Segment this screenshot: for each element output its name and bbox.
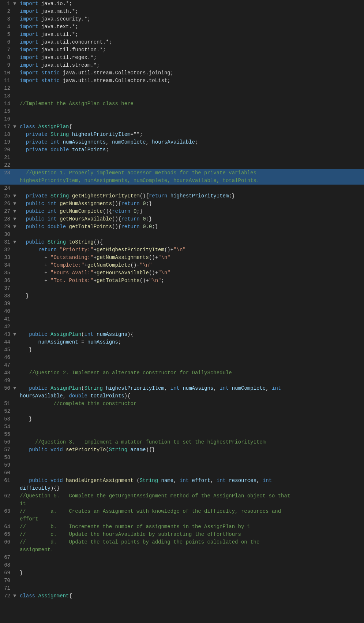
line-10: 10 import static java.util.stream.Collec…: [0, 69, 364, 77]
line-content-25: private String getHighestPriorityItem(){…: [18, 192, 364, 200]
line-61a: 61 public void handleUrgentAssignment (S…: [0, 477, 364, 485]
line-num-10: 10: [0, 69, 13, 77]
line-content-21: [18, 154, 364, 162]
line-num-20: 20: [0, 146, 13, 154]
arrow-70: [13, 577, 18, 585]
line-content-23a: //Question 1. Properly implement accesso…: [18, 169, 364, 177]
line-num-48: 48: [0, 369, 13, 377]
line-num-69: 69: [0, 569, 13, 577]
line-num-50: 50: [0, 385, 13, 392]
line-num-8: 8: [0, 54, 13, 62]
line-29: 29 ▼ public double getTotalPoints(){retu…: [0, 223, 364, 231]
arrow-42: [13, 323, 18, 331]
line-34: 34 + "Complete:"+getNumComplete()+"\n": [0, 262, 364, 269]
line-31: 31 ▼ public String toString(){: [0, 238, 364, 246]
arrow-57: [13, 446, 18, 454]
arrow-64: [13, 523, 18, 531]
line-59: 59: [0, 461, 364, 469]
arrow-58: [13, 454, 18, 461]
line-15: 15: [0, 108, 364, 115]
line-num-16: 16: [0, 115, 13, 123]
line-content-17: class AssignPlan{: [18, 123, 364, 131]
arrow-46: [13, 354, 18, 361]
code-container: 1 ▼ import java.io.*; 2 import java.math…: [0, 0, 364, 600]
line-19: 19 private int numAssignments, numComple…: [0, 138, 364, 146]
line-content-64: // b. Increments the number of assignmen…: [18, 523, 364, 531]
arrow-29: ▼: [13, 223, 18, 231]
arrow-22: [13, 162, 18, 169]
arrow-33: [13, 254, 18, 262]
line-content-62a: //Question 5. Complete the getUrgentAssi…: [18, 492, 364, 500]
line-37: 37: [0, 285, 364, 292]
line-51: 51 //complete this constructor: [0, 400, 364, 408]
arrow-55: [13, 431, 18, 438]
arrow-72: ▼: [13, 592, 18, 600]
line-num-23: 23: [0, 169, 13, 177]
line-content-71: [18, 585, 364, 592]
line-content-63b: effort: [18, 515, 364, 523]
line-content-44: numAssignment = numAssigns;: [18, 338, 364, 346]
line-num-63: 63: [0, 508, 13, 515]
line-content-39: [18, 300, 364, 308]
line-43: 43 ▼ public AssignPlan(int numAssigns){: [0, 331, 364, 338]
line-56: 56 //Question 3. Implement a mutator fun…: [0, 438, 364, 446]
line-num-33: 33: [0, 254, 13, 262]
line-num-34: 34: [0, 262, 13, 269]
arrow-61: [13, 477, 18, 485]
line-num-49: 49: [0, 377, 13, 385]
arrow-24: [13, 185, 18, 192]
arrow-40: [13, 308, 18, 315]
line-content-28: public int getHoursAvailable(){return 0;…: [18, 215, 364, 223]
line-64: 64 // b. Increments the number of assign…: [0, 523, 364, 531]
line-62a: 62 //Question 5. Complete the getUrgentA…: [0, 492, 364, 500]
line-num-66: 66: [0, 538, 13, 546]
line-num-61b: [0, 485, 13, 492]
line-num-64: 64: [0, 523, 13, 531]
line-5: 5 import java.util.*;: [0, 31, 364, 38]
line-content-49: [18, 377, 364, 385]
line-content-13: [18, 92, 364, 100]
line-content-18: private String highestPriorityItem="";: [18, 131, 364, 138]
line-content-15: [18, 108, 364, 115]
line-14: 14 //Implement the AssignPlan class here: [0, 100, 364, 108]
arrow-35: [13, 269, 18, 277]
line-content-50a: public AssignPlan(String highestPriority…: [18, 385, 364, 392]
line-63b: effort: [0, 515, 364, 523]
arrow-9: [13, 62, 18, 69]
line-num-66b: [0, 546, 13, 554]
line-num-6: 6: [0, 38, 13, 46]
line-num-65: 65: [0, 531, 13, 538]
arrow-17: ▼: [13, 123, 18, 131]
code-editor[interactable]: 1 ▼ import java.io.*; 2 import java.math…: [0, 0, 364, 623]
line-60: 60: [0, 469, 364, 477]
line-39: 39: [0, 300, 364, 308]
line-num-13: 13: [0, 92, 13, 100]
line-num-57: 57: [0, 446, 13, 454]
arrow-10: [13, 69, 18, 77]
arrow-43: ▼: [13, 331, 18, 338]
line-content-36: + "Tot. Points:"+getTotalPoints()+"\n";: [18, 277, 364, 285]
line-num-70: 70: [0, 577, 13, 585]
line-47: 47: [0, 361, 364, 369]
line-26: 26 ▼ public int getNumAssignments(){retu…: [0, 200, 364, 208]
line-content-68: [18, 561, 364, 569]
line-52: 52: [0, 408, 364, 415]
line-53: 53 }: [0, 415, 364, 423]
line-9: 9 import java.util.stream.*;: [0, 62, 364, 69]
line-num-26: 26: [0, 200, 13, 208]
line-68: 68: [0, 561, 364, 569]
line-3: 3 import java.security.*;: [0, 15, 364, 23]
arrow-16: [13, 115, 18, 123]
arrow-61b: [13, 485, 18, 492]
line-content-19: private int numAssignments, numComplete,…: [18, 138, 364, 146]
line-num-56: 56: [0, 438, 13, 446]
line-num-59: 59: [0, 461, 13, 469]
line-num-27: 27: [0, 208, 13, 215]
line-content-60: [18, 469, 364, 477]
line-num-12: 12: [0, 85, 13, 92]
line-44: 44 numAssignment = numAssigns;: [0, 338, 364, 346]
line-content-45: }: [18, 346, 364, 354]
line-num-36: 36: [0, 277, 13, 285]
arrow-2: [13, 8, 18, 15]
line-28: 28 ▼ public int getHoursAvailable(){retu…: [0, 215, 364, 223]
